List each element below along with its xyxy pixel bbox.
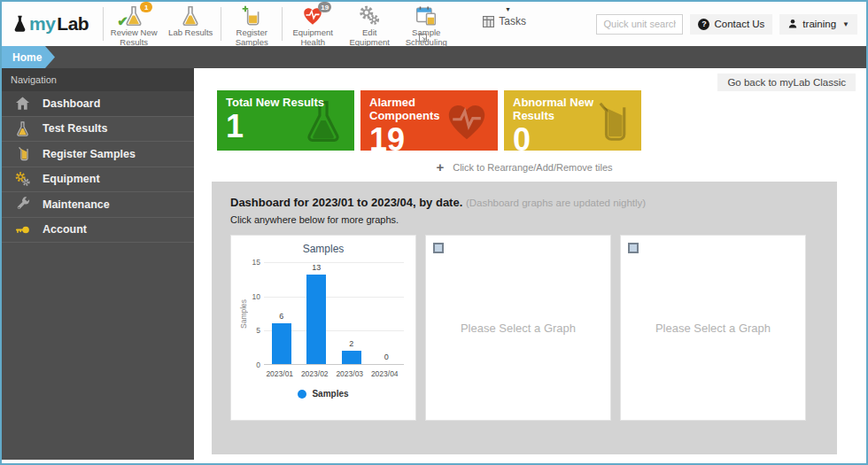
key-icon — [2, 221, 43, 238]
tasks-grid-icon — [483, 16, 494, 27]
sidebar: Navigation Dashboard Test Results — [2, 68, 194, 460]
chart-bar — [272, 323, 291, 364]
calendar-beaker-icon — [415, 4, 438, 27]
rearrange-tiles-control[interactable]: + Click to Rearrange/Add/Remove tiles — [212, 159, 837, 174]
sidebar-item-account[interactable]: Account — [2, 218, 194, 244]
review-new-results-badge: 1 — [140, 2, 152, 12]
rearrange-hint: Click to Rearrange/Add/Remove tiles — [453, 162, 612, 173]
go-back-classic-button[interactable]: Go back to myLab Classic — [717, 74, 856, 91]
sidebar-item-label: Test Results — [43, 122, 107, 135]
samples-chart-yticks: 051015 — [249, 262, 264, 365]
toolbar-group-results: ✔ 1 Review New Results Lab Results — [105, 2, 219, 46]
dashboard-note: (Dashboard graphs are updated nightly) — [466, 198, 646, 208]
lab-results-button[interactable]: Lab Results — [162, 2, 219, 46]
tiles-row: Total New Results 1 Alarmed Components 1… — [217, 90, 866, 151]
tile-alarmed-components[interactable]: Alarmed Components 19 — [360, 90, 498, 151]
toolbar-separator — [282, 7, 283, 41]
beaker-icon — [2, 145, 43, 162]
sidebar-item-label: Dashboard — [43, 97, 100, 110]
review-new-results-button[interactable]: ✔ 1 Review New Results — [105, 2, 162, 46]
dashboard-title: Dashboard for 2023/01 to 2023/04, by dat… — [230, 196, 462, 209]
chart-legend: Samples — [236, 389, 410, 399]
chart-y-axis-label: Samples — [238, 262, 249, 365]
tile-abnormal-new-results[interactable]: Abnormal New Results 0 — [504, 90, 641, 151]
contact-us-label: Contact Us — [714, 19, 764, 29]
sidebar-item-label: Account — [43, 223, 87, 236]
green-check-icon: ✔ — [117, 13, 128, 29]
user-label: training — [802, 19, 836, 29]
tile-title: Total New Results — [226, 96, 345, 109]
legend-label: Samples — [312, 389, 348, 399]
samples-chart-xlabels: 2023/012023/022023/032023/04 — [262, 369, 402, 378]
graph-placeholder-card-1[interactable]: Please Select a Graph — [425, 235, 611, 421]
sidebar-item-register-samples[interactable]: Register Samples — [2, 142, 194, 167]
sidebar-item-equipment[interactable]: Equipment — [2, 167, 194, 193]
top-toolbar: myLab ✔ 1 Review New Results — [2, 2, 866, 46]
breadcrumb-home-tab[interactable]: Home — [2, 46, 55, 68]
plus-icon: + — [436, 159, 444, 174]
samples-chart-card[interactable]: Samples Samples 051015 61320 2023/012023… — [230, 235, 416, 421]
ribbon-collapse-icon[interactable] — [419, 34, 427, 42]
tile-value: 0 — [513, 124, 632, 151]
toolbar-group-register: Register Samples — [223, 2, 280, 46]
graph-placeholder-card-2[interactable]: Please Select a Graph — [620, 235, 806, 421]
tile-value: 19 — [369, 124, 489, 151]
equipment-health-label: Equipment Health — [284, 28, 341, 48]
toolbar-group-equipment: 19 Equipment Health Edit Equipment — [284, 2, 454, 46]
breadcrumb-bar: Home — [2, 46, 866, 68]
lab-results-label: Lab Results — [168, 28, 213, 38]
tasks-caret-icon: ▼ — [505, 6, 511, 50]
main-content: Go back to myLab Classic Total New Resul… — [194, 68, 866, 463]
tile-title: Abnormal New Results — [513, 96, 632, 122]
tile-value: 1 — [226, 111, 345, 143]
samples-chart-plot: 61320 — [264, 262, 404, 365]
sidebar-navigation-header: Navigation — [2, 68, 194, 91]
quick-unit-search-input[interactable] — [596, 14, 683, 35]
edit-equipment-label: Edit Equipment — [341, 28, 398, 48]
register-samples-button[interactable]: Register Samples — [223, 2, 280, 46]
gears-icon — [2, 171, 43, 188]
dashboard-heading: Dashboard for 2023/01 to 2023/04, by dat… — [230, 196, 837, 209]
chart-bar — [342, 351, 361, 364]
app-window: myLab ✔ 1 Review New Results — [0, 0, 868, 465]
graph-cards-row: Samples Samples 051015 61320 2023/012023… — [230, 235, 837, 421]
chart-title: Samples — [236, 243, 410, 255]
equipment-health-badge: 19 — [318, 2, 331, 12]
review-new-results-label: Review New Results — [105, 28, 162, 48]
home-icon — [2, 95, 43, 112]
flask-icon — [2, 120, 43, 137]
edit-equipment-button[interactable]: Edit Equipment — [341, 2, 398, 46]
user-menu[interactable]: training ▼ — [779, 14, 857, 35]
dashboard-graphs-panel[interactable]: Dashboard for 2023/01 to 2023/04, by dat… — [212, 182, 837, 454]
logo-text-my: my — [29, 13, 55, 35]
graph-select-checkbox[interactable] — [628, 243, 639, 253]
sidebar-item-maintenance[interactable]: Maintenance — [2, 192, 194, 218]
user-icon — [787, 19, 798, 29]
sidebar-item-label: Equipment — [43, 173, 100, 185]
placeholder-text: Please Select a Graph — [655, 322, 771, 335]
graph-select-checkbox[interactable] — [433, 243, 444, 253]
toolbar-right-controls: ? Contact Us training ▼ — [596, 2, 866, 46]
dashboard-subtitle: Click anywhere below for more graphs. — [230, 214, 837, 225]
legend-dot-icon — [298, 390, 306, 399]
tasks-label: Tasks — [499, 15, 526, 27]
equipment-health-button[interactable]: 19 Equipment Health — [284, 2, 341, 46]
flask-icon — [179, 4, 202, 27]
mylab-logo[interactable]: myLab — [2, 2, 101, 46]
chart-bar — [306, 275, 326, 364]
placeholder-text: Please Select a Graph — [461, 322, 576, 335]
logo-text-lab: Lab — [57, 13, 89, 35]
sidebar-item-label: Register Samples — [43, 148, 136, 160]
user-menu-caret-icon: ▼ — [842, 20, 849, 28]
toolbar-separator — [221, 7, 221, 41]
contact-us-button[interactable]: ? Contact Us — [690, 14, 772, 35]
tile-title: Alarmed Components — [369, 96, 489, 122]
tile-total-new-results[interactable]: Total New Results 1 — [217, 90, 354, 151]
gears-icon — [358, 4, 381, 27]
sidebar-item-dashboard[interactable]: Dashboard — [2, 91, 194, 117]
logo-flask-icon — [12, 14, 27, 34]
sidebar-item-test-results[interactable]: Test Results — [2, 117, 194, 143]
toolbar-separator — [103, 7, 104, 41]
chart-body: Samples 051015 61320 — [238, 262, 410, 365]
wrench-icon — [2, 196, 43, 213]
